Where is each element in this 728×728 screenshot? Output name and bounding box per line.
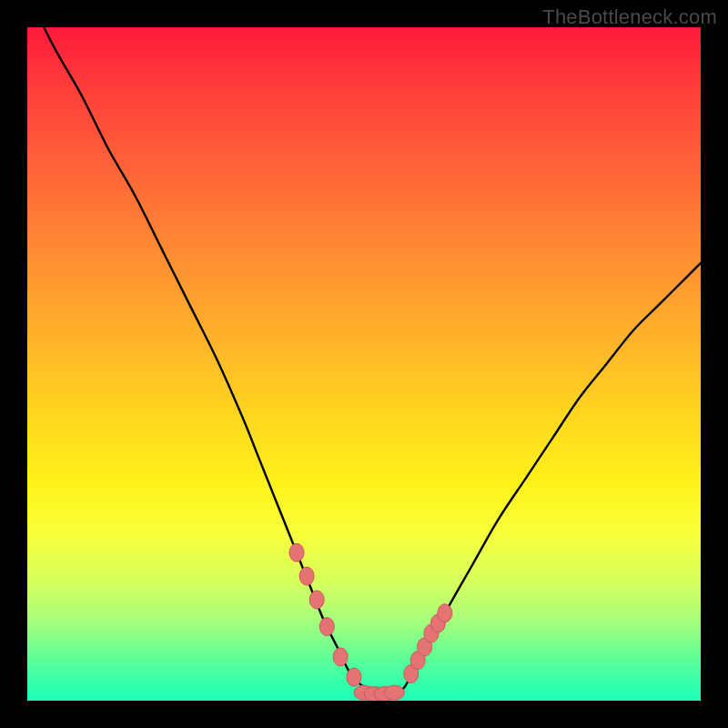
curve-marker [347,668,361,686]
watermark-text: TheBottleneck.com [542,5,717,29]
curve-marker [309,591,324,609]
markers-left [289,543,361,686]
curve-marker [333,648,348,666]
chart-frame: TheBottleneck.com [0,0,728,728]
bottleneck-curve [27,27,701,695]
plot-area [27,27,701,701]
curve-marker [289,543,304,561]
curve-svg [27,27,701,701]
curve-marker [299,567,314,585]
curve-marker [319,618,334,636]
curve-marker [438,604,452,622]
markers-right [404,604,452,683]
markers-bottom [354,685,404,701]
curve-marker [384,685,404,700]
